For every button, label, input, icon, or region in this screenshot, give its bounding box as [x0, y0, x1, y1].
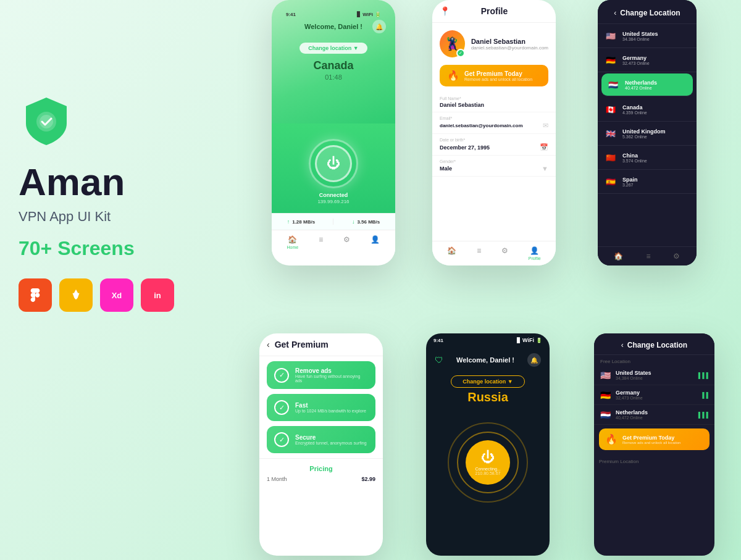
location-item-us[interactable]: 🇺🇸 United States 34.384 Online: [598, 24, 697, 48]
tool-figma: [19, 278, 52, 312]
ph4-pricing-section: Pricing 1 Month $2.99: [259, 458, 383, 488]
ph2-avatar-badge: ✓: [456, 49, 465, 57]
ph3-back-icon[interactable]: ‹: [614, 9, 616, 17]
ph2-premium-text: Get Premium Today: [464, 70, 532, 77]
ph4-back-icon[interactable]: ‹: [267, 340, 270, 349]
ph6-premium-sub: Remove ads and unlock all location: [622, 441, 680, 445]
ph4-plan-row: 1 Month $2.99: [267, 476, 375, 482]
ph3-navbar: 🏠 ≡ ⚙: [598, 246, 697, 265]
ph4-check-secure: ✓: [274, 432, 289, 447]
ph6-loc-de[interactable]: 🇩🇪 Germany 32,473 Online ▐▐: [594, 385, 714, 405]
ph2-premium-sub: Remove ads and unlock all location: [464, 77, 532, 81]
ph6-loc-nl[interactable]: 🇳🇱 Netherlands 40,472 Online ▐▐▐: [594, 405, 714, 425]
ph4-feature-secure: ✓ Secure Encrypted tunnel, anonymous sur…: [267, 426, 375, 453]
ph6-back-icon[interactable]: ‹: [621, 341, 624, 349]
ph2-user-row: 🦹 ✓ Daniel Sebastian daniel.sebastian@yo…: [432, 23, 556, 65]
ph4-check-fast: ✓: [274, 400, 289, 415]
ph6-premium-label: Premium Location: [599, 456, 710, 467]
location-item-gb[interactable]: 🇬🇧 United Kingdom 5.362 Online: [598, 122, 697, 146]
ph2-navbar: 🏠 ≡ ⚙ 👤 Profile: [432, 241, 556, 265]
ph2-email-icon: ✉: [543, 122, 548, 130]
tools-row: Xd in: [19, 278, 216, 312]
ph1-location-btn[interactable]: Change location ▼: [299, 43, 367, 54]
ph1-connected-text: Connected: [319, 192, 348, 198]
location-item-nl[interactable]: 🇳🇱 Netherlands 40.472 Online: [601, 73, 693, 96]
ph2-premium-btn[interactable]: 🔥 Get Premium Today Remove ads and unloc…: [440, 65, 548, 86]
ph5-bell-icon[interactable]: 🔔: [527, 353, 541, 367]
ph6-premium-btn[interactable]: 🔥 Get Premium Today Remove ads and unloc…: [599, 428, 710, 450]
ph2-field-dob: Date or birth* December 27, 1995 📅: [432, 134, 556, 156]
ph1-download-speed: ↓ 3.56 MB/s: [352, 219, 380, 225]
ph2-field-email: Email* daniel.sebastian@yourdomain.com ✉: [432, 112, 556, 134]
ph5-time-status: 9:41: [433, 338, 443, 343]
ph3-nav-home[interactable]: 🏠: [614, 252, 623, 261]
ph1-bell-icon[interactable]: 🔔: [372, 20, 386, 33]
ph6-free-label: Free Location: [594, 355, 714, 366]
ph5-shield-icon: 🛡: [435, 355, 443, 365]
ph2-user-name: Daniel Sebastian: [471, 38, 548, 45]
ph5-connecting-text: Connecting...: [475, 467, 500, 471]
ph5-power-icon: ⏻: [481, 449, 495, 466]
app-title: Aman: [19, 163, 216, 201]
shield-logo: [19, 93, 216, 151]
ph4-pricing-label: Pricing: [267, 465, 375, 472]
ph1-nav-home[interactable]: 🏠 Home: [287, 235, 299, 249]
ph2-field-gender: Gender* Male ▼: [432, 156, 556, 177]
location-item-ca[interactable]: 🇨🇦 Canada 4.359 Online: [598, 98, 697, 122]
ph5-location-btn[interactable]: Change location ▼: [451, 375, 525, 388]
ph2-location-icon: 📍: [440, 6, 450, 16]
ph5-power-area: ⏻ Connecting... 210.80.58.67: [426, 407, 550, 518]
ph2-title: Profile: [481, 6, 508, 16]
ph2-calendar-icon: 📅: [540, 143, 548, 151]
ph4-feature-fast: ✓ Fast Up to 1024 MB/s bandwith to explo…: [267, 394, 375, 421]
tool-sketch: [59, 278, 93, 312]
ph4-feature-ads: ✓ Remove ads Have fun surfing without an…: [267, 361, 375, 389]
ph1-ip: 139.99.69.216: [317, 199, 349, 204]
ph5-outer-ring: ⏻ Connecting... 210.80.58.67: [448, 422, 528, 503]
ph1-nav-filter[interactable]: ≡: [319, 235, 323, 249]
ph5-country: Russia: [426, 390, 550, 404]
ph1-power-ring: ⏻: [309, 139, 358, 188]
ph3-nav-filter[interactable]: ≡: [646, 252, 650, 261]
ph2-user-email: daniel.sebastian@yourdomain.com: [471, 45, 548, 51]
phone-connected-screen: 9:41 ▊WiFi🔋 Welcome, Daniel ! 🔔 Change l…: [272, 0, 395, 265]
ph2-nav-filter[interactable]: ≡: [477, 246, 481, 261]
ph6-loc-us[interactable]: 🇺🇸 United States 34,384 Online ▐▐▐: [594, 366, 714, 385]
ph2-nav-settings[interactable]: ⚙: [501, 246, 508, 261]
ph6-signal-de: ▐▐: [700, 392, 708, 398]
ph4-title: Get Premium: [275, 340, 329, 349]
ph2-avatar: 🦹 ✓: [440, 30, 465, 57]
ph5-header: 🛡 Welcome, Daniel ! 🔔: [426, 347, 550, 373]
ph2-field-name: Full Name* Daniel Sebastian: [432, 93, 556, 112]
ph1-country: Canada: [281, 59, 386, 72]
ph3-location-list: 🇺🇸 United States 34.384 Online 🇩🇪 German…: [598, 24, 697, 194]
ph5-mid-ring: ⏻ Connecting... 210.80.58.67: [457, 432, 519, 493]
ph3-nav-settings[interactable]: ⚙: [673, 252, 680, 261]
ph6-fire-icon: 🔥: [605, 433, 618, 445]
ph5-ip: 210.80.58.67: [475, 471, 501, 475]
location-item-de[interactable]: 🇩🇪 Germany 32.473 Online: [598, 48, 697, 72]
ph2-fire-icon: 🔥: [447, 70, 459, 81]
location-item-cn[interactable]: 🇨🇳 China 3.574 Online: [598, 146, 697, 170]
ph2-nav-profile[interactable]: 👤 Profile: [529, 246, 541, 261]
branding-panel: Aman VPN App UI Kit 70+ Screens Xd in: [19, 93, 216, 312]
ph6-signal-us: ▐▐▐: [697, 372, 708, 378]
ph6-title: Change Location: [627, 341, 687, 349]
ph1-nav-profile[interactable]: 👤: [371, 235, 380, 249]
ph6-signal-nl: ▐▐▐: [697, 412, 708, 418]
ph2-nav-home[interactable]: 🏠: [447, 246, 456, 261]
ph6-premium-title: Get Premium Today: [622, 435, 680, 441]
ph1-power-icon[interactable]: ⏻: [327, 156, 340, 172]
ph3-title: Change Location: [620, 9, 680, 17]
ph4-check-ads: ✓: [274, 368, 289, 383]
app-subtitle: VPN App UI Kit: [19, 209, 216, 225]
ph5-power-btn[interactable]: ⏻ Connecting... 210.80.58.67: [466, 440, 510, 485]
location-item-es[interactable]: 🇪🇸 Spain 3.267: [598, 170, 697, 194]
phone-get-premium: ‹ Get Premium ✓ Remove ads Have fun surf…: [259, 333, 383, 556]
ph1-welcome-text: Welcome, Daniel !: [295, 23, 372, 30]
ph1-upload-speed: ↑ 1.28 MB/s: [287, 219, 315, 225]
phone-change-location-light: ‹ Change Location 🇺🇸 United States 34.38…: [598, 0, 697, 265]
ph1-nav-settings[interactable]: ⚙: [343, 235, 350, 249]
ph2-chevron-down-icon[interactable]: ▼: [542, 165, 548, 172]
screens-count: 70+ Screens: [19, 237, 216, 260]
